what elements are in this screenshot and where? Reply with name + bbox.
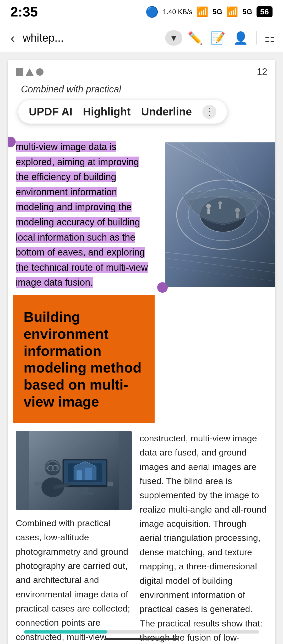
page-header-1: 12	[8, 60, 275, 84]
text-format-icon[interactable]: 📝	[210, 31, 225, 45]
main-content: 12 Combined with practical UPDF AI Highl…	[0, 52, 283, 644]
signal-icon-1: 📶	[197, 6, 208, 17]
svg-rect-9	[207, 208, 210, 214]
toolbar-popup: UPDF AI Highlight Underline ⋮	[18, 100, 227, 124]
nav-dropdown[interactable]: ▾	[165, 30, 182, 46]
page-1: 12 Combined with practical UPDF AI Highl…	[8, 60, 275, 644]
article-right: constructed, multi-view image data are f…	[140, 431, 267, 644]
text-side: multi-view image data is explored, aimin…	[8, 134, 165, 295]
svg-rect-26	[77, 492, 93, 495]
signal-icon-2: 📶	[226, 6, 238, 17]
escalator-svg	[165, 134, 275, 295]
orange-banner-container: Building environment information modelin…	[8, 295, 275, 423]
nav-divider	[256, 31, 257, 45]
article-right-text: constructed, multi-view image data are f…	[140, 431, 267, 644]
network-speed: 1.40 KB/s	[163, 8, 192, 16]
selection-handle-left	[8, 137, 16, 147]
context-label-area: Combined with practical	[8, 84, 275, 97]
context-label: Combined with practical	[16, 81, 126, 97]
signal-5g-2: 5G	[242, 8, 252, 16]
grid-icon[interactable]: ⚏	[264, 31, 275, 45]
person-computer-image	[16, 431, 132, 510]
selection-handle-right	[157, 282, 168, 293]
page-shapes	[16, 68, 43, 76]
signal-5g: 5G	[213, 8, 222, 16]
nav-bar: ‹ whitep... ▾ ✏️ 📝 👤 ⚏	[0, 24, 283, 52]
article-left: Combined with practical cases, low-altit…	[16, 431, 132, 644]
more-options-button[interactable]: ⋮	[202, 105, 216, 119]
shape-triangle	[26, 68, 34, 76]
updf-ai-button[interactable]: UPDF AI	[29, 106, 72, 118]
svg-rect-13	[219, 205, 221, 209]
add-user-icon[interactable]: 👤	[233, 31, 248, 45]
status-time: 2:35	[10, 4, 38, 20]
battery-indicator: 56	[257, 6, 273, 17]
highlighted-text: multi-view image data is explored, aimin…	[10, 137, 160, 293]
orange-banner-text: Building environment information modelin…	[24, 308, 144, 410]
svg-rect-25	[82, 487, 88, 493]
svg-rect-11	[236, 213, 239, 218]
pen-icon[interactable]: ✏️	[188, 31, 203, 45]
shape-square	[16, 68, 23, 76]
person-svg	[16, 431, 132, 510]
svg-point-8	[206, 204, 211, 208]
underline-button[interactable]: Underline	[141, 106, 192, 118]
highlight-button[interactable]: Highlight	[83, 106, 130, 118]
svg-rect-23	[77, 470, 82, 480]
nav-icons: ✏️ 📝 👤 ⚏	[188, 31, 275, 45]
svg-point-10	[235, 208, 240, 213]
shape-circle	[36, 68, 43, 76]
home-indicator[interactable]	[105, 638, 178, 640]
nav-title: whitep...	[23, 32, 160, 44]
scroll-bar[interactable]	[24, 630, 259, 634]
svg-point-12	[218, 201, 222, 205]
article-section: Combined with practical cases, low-altit…	[8, 423, 275, 644]
article-left-text: Combined with practical cases, low-altit…	[16, 516, 132, 644]
svg-rect-24	[85, 468, 92, 480]
status-bar: 2:35 🔵 1.40 KB/s 📶 5G 📶 5G 56	[0, 0, 283, 24]
orange-banner: Building environment information modelin…	[13, 295, 155, 423]
escalator-image	[165, 134, 275, 295]
back-button[interactable]: ‹	[8, 28, 18, 48]
svg-rect-29	[45, 464, 49, 470]
page-number-1: 12	[257, 66, 267, 77]
scroll-bar-fill	[24, 630, 107, 634]
split-row: multi-view image data is explored, aimin…	[8, 134, 275, 295]
status-icons: 🔵 1.40 KB/s 📶 5G 📶 5G 56	[145, 6, 273, 18]
toolbar-popup-container: UPDF AI Highlight Underline ⋮	[8, 100, 275, 134]
notification-icon: 🔵	[145, 6, 159, 18]
